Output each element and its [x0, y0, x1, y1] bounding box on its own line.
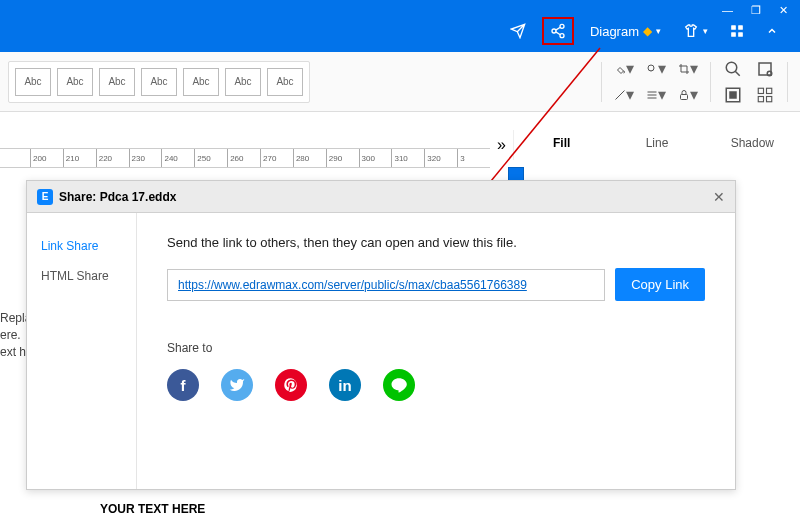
grid-icon[interactable] [755, 85, 775, 105]
svg-point-14 [767, 71, 772, 76]
diagram-menu[interactable]: Diagram ◆ ▾ [584, 20, 667, 43]
svg-rect-8 [738, 32, 743, 37]
fit-page-icon[interactable] [723, 85, 743, 105]
ruler-tick: 280 [293, 149, 326, 167]
line-icon[interactable] [383, 369, 415, 401]
canvas-text-shape[interactable]: YOUR TEXT HERE [100, 502, 205, 516]
twitter-icon[interactable] [221, 369, 253, 401]
minimize-button[interactable]: — [722, 4, 733, 17]
ruler-tick: 260 [227, 149, 260, 167]
ruler-tick: 220 [96, 149, 129, 167]
tab-line[interactable]: Line [609, 130, 704, 160]
svg-point-0 [560, 24, 564, 28]
svg-line-3 [556, 27, 561, 30]
shape-gallery[interactable]: Abc Abc Abc Abc Abc Abc Abc [8, 61, 310, 103]
line-style-icon[interactable]: ▾ [646, 85, 666, 105]
svg-rect-18 [767, 88, 772, 93]
ribbon: Abc Abc Abc Abc Abc Abc Abc ▾ ▾ ▾ ▾ ▾ ▾ [0, 52, 800, 112]
svg-rect-19 [758, 96, 763, 101]
app-logo-icon: E [37, 189, 53, 205]
pen-icon[interactable]: ▾ [614, 85, 634, 105]
svg-rect-17 [758, 88, 763, 93]
shape-preset[interactable]: Abc [183, 68, 219, 96]
horizontal-ruler: 200 210 220 230 240 250 260 270 280 290 … [0, 148, 490, 168]
ruler-tick: 230 [129, 149, 162, 167]
property-tabs: » Fill Line Shadow [490, 130, 800, 160]
page-width-icon[interactable] [755, 59, 775, 79]
ruler-tick: 290 [326, 149, 359, 167]
sidebar-item-link-share[interactable]: Link Share [27, 231, 136, 261]
svg-point-1 [552, 29, 556, 33]
diamond-icon: ◆ [643, 24, 652, 38]
svg-point-11 [726, 62, 737, 73]
fill-bucket-icon[interactable]: ▾ [614, 59, 634, 79]
svg-rect-10 [681, 94, 688, 99]
copy-link-button[interactable]: Copy Link [615, 268, 705, 301]
shape-preset[interactable]: Abc [57, 68, 93, 96]
maximize-button[interactable]: ❐ [751, 4, 761, 17]
collapse-ribbon-icon[interactable] [760, 21, 784, 41]
shape-preset[interactable]: Abc [225, 68, 261, 96]
shape-preset[interactable]: Abc [141, 68, 177, 96]
ruler-tick: 250 [194, 149, 227, 167]
close-window-button[interactable]: ✕ [779, 4, 788, 17]
dialog-close-button[interactable]: ✕ [713, 189, 725, 205]
svg-rect-16 [730, 92, 736, 98]
dialog-title: Share: Pdca 17.eddx [59, 190, 176, 204]
ruler-tick: 3 [457, 149, 490, 167]
svg-rect-7 [731, 32, 736, 37]
share-description: Send the link to others, then they can o… [167, 235, 705, 250]
lock-icon[interactable]: ▾ [678, 85, 698, 105]
chevron-down-icon: ▾ [656, 26, 661, 36]
ruler-tick: 210 [63, 149, 96, 167]
ruler-tick: 320 [424, 149, 457, 167]
titlebar: — ❐ ✕ Diagram ◆ ▾ ▾ [0, 0, 800, 52]
svg-point-9 [648, 65, 654, 71]
share-to-label: Share to [167, 341, 705, 355]
chevron-down-icon: ▾ [703, 26, 708, 36]
ruler-tick: 200 [30, 149, 63, 167]
pinterest-icon[interactable] [275, 369, 307, 401]
ruler-tick: 270 [260, 149, 293, 167]
svg-point-2 [560, 34, 564, 38]
tab-shadow[interactable]: Shadow [705, 130, 800, 160]
shape-preset[interactable]: Abc [267, 68, 303, 96]
svg-rect-20 [767, 96, 772, 101]
svg-line-12 [735, 71, 740, 76]
window-controls: — ❐ ✕ [722, 4, 788, 17]
tab-fill[interactable]: Fill [514, 130, 609, 160]
svg-rect-13 [759, 63, 771, 75]
share-icon[interactable] [542, 17, 574, 45]
share-dialog: E Share: Pdca 17.eddx ✕ Link Share HTML … [26, 180, 736, 490]
svg-rect-6 [738, 25, 743, 30]
send-icon[interactable] [504, 19, 532, 43]
sidebar-item-html-share[interactable]: HTML Share [27, 261, 136, 291]
diagram-label: Diagram [590, 24, 639, 39]
dialog-sidebar: Link Share HTML Share [27, 213, 137, 489]
ruler-tick: 240 [161, 149, 194, 167]
shape-preset[interactable]: Abc [99, 68, 135, 96]
shadow-icon[interactable]: ▾ [646, 59, 666, 79]
facebook-icon[interactable]: f [167, 369, 199, 401]
ruler-tick: 300 [359, 149, 392, 167]
share-url-field[interactable]: https://www.edrawmax.com/server/public/s… [167, 269, 605, 301]
svg-line-4 [556, 32, 561, 35]
svg-rect-5 [731, 25, 736, 30]
tshirt-icon[interactable]: ▾ [677, 19, 714, 43]
dialog-header: E Share: Pdca 17.eddx ✕ [27, 181, 735, 213]
dialog-content: Send the link to others, then they can o… [137, 213, 735, 489]
linkedin-icon[interactable]: in [329, 369, 361, 401]
shape-preset[interactable]: Abc [15, 68, 51, 96]
titlebar-tools: Diagram ◆ ▾ ▾ [504, 17, 792, 45]
zoom-icon[interactable] [723, 59, 743, 79]
expand-panel-button[interactable]: » [490, 130, 514, 160]
social-share-icons: f in [167, 369, 705, 401]
ruler-tick: 310 [391, 149, 424, 167]
crop-icon[interactable]: ▾ [678, 59, 698, 79]
apps-icon[interactable] [724, 20, 750, 42]
